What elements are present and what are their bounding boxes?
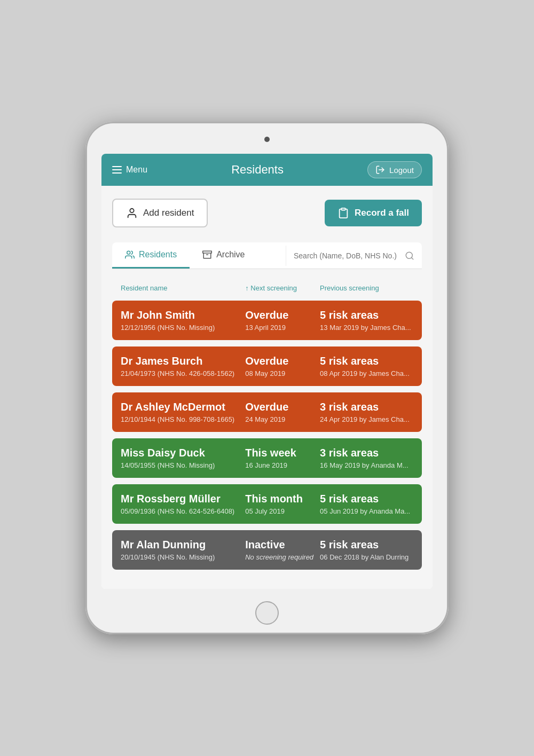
- card-info-col: Dr Ashley McDermot 12/10/1944 (NHS No. 9…: [121, 401, 245, 423]
- svg-line-7: [411, 257, 413, 259]
- card-next-col: Inactive No screening required: [245, 539, 320, 561]
- card-prev-col: 3 risk areas 24 Apr 2019 by James Cha...: [320, 401, 413, 423]
- resident-card[interactable]: Mr John Smith 12/12/1956 (NHS No. Missin…: [112, 301, 422, 340]
- card-info-col: Miss Daisy Duck 14/05/1955 (NHS No. Miss…: [121, 447, 245, 469]
- table-header: Resident name ↑ Next screening Previous …: [112, 280, 422, 296]
- next-screening-date: 08 May 2019: [245, 369, 320, 377]
- next-screening-date: 24 May 2019: [245, 415, 320, 423]
- resident-card[interactable]: Dr Ashley McDermot 12/10/1944 (NHS No. 9…: [112, 392, 422, 432]
- next-screening-status: Inactive: [245, 539, 320, 551]
- menu-button[interactable]: Menu: [112, 165, 147, 175]
- card-next-col: Overdue 13 April 2019: [245, 309, 320, 332]
- prev-screening-detail: 05 Jun 2019 by Ananda Ma...: [320, 507, 413, 515]
- residents-tab-icon: [125, 250, 135, 259]
- prev-screening-detail: 08 Apr 2019 by James Cha...: [320, 369, 413, 377]
- resident-name: Dr James Burch: [121, 355, 245, 367]
- resident-card[interactable]: Dr James Burch 21/04/1973 (NHS No. 426-0…: [112, 346, 422, 386]
- record-fall-button[interactable]: Record a fall: [325, 200, 422, 226]
- menu-label: Menu: [126, 165, 147, 175]
- card-info-col: Mr John Smith 12/12/1956 (NHS No. Missin…: [121, 309, 245, 332]
- next-screening-date: No screening required: [245, 553, 320, 561]
- card-info-col: Mr Rossberg Müller 05/09/1936 (NHS No. 6…: [121, 493, 245, 515]
- svg-rect-2: [341, 208, 345, 210]
- hamburger-icon: [112, 166, 122, 174]
- prev-screening-areas: 3 risk areas: [320, 401, 413, 413]
- card-next-col: This week 16 June 2019: [245, 447, 320, 469]
- svg-point-3: [127, 251, 130, 254]
- resident-name: Mr Alan Dunning: [121, 539, 245, 551]
- prev-screening-areas: 5 risk areas: [320, 309, 413, 321]
- col-header-next: ↑ Next screening: [245, 284, 320, 292]
- prev-screening-areas: 5 risk areas: [320, 493, 413, 505]
- card-prev-col: 3 risk areas 16 May 2019 by Ananda M...: [320, 447, 413, 469]
- residents-list: Mr John Smith 12/12/1956 (NHS No. Missin…: [112, 301, 422, 570]
- prev-screening-detail: 13 Mar 2019 by James Cha...: [320, 324, 413, 332]
- resident-name: Miss Daisy Duck: [121, 447, 245, 459]
- person-icon: [126, 207, 138, 219]
- tab-residents-label: Residents: [139, 250, 177, 259]
- clipboard-icon: [337, 207, 349, 219]
- search-icon[interactable]: [405, 251, 414, 261]
- resident-dob: 05/09/1936 (NHS No. 624-526-6408): [121, 507, 245, 515]
- resident-dob: 12/12/1956 (NHS No. Missing): [121, 324, 245, 332]
- col-header-name: Resident name: [121, 284, 245, 292]
- next-screening-status: Overdue: [245, 355, 320, 367]
- card-prev-col: 5 risk areas 13 Mar 2019 by James Cha...: [320, 309, 413, 332]
- card-prev-col: 5 risk areas 05 Jun 2019 by Ananda Ma...: [320, 493, 413, 515]
- card-next-col: Overdue 24 May 2019: [245, 401, 320, 423]
- next-screening-status: Overdue: [245, 401, 320, 413]
- record-fall-label: Record a fall: [355, 208, 409, 218]
- next-screening-status: This week: [245, 447, 320, 459]
- tab-residents[interactable]: Residents: [112, 242, 190, 269]
- resident-name: Mr John Smith: [121, 309, 245, 321]
- search-area: [286, 246, 422, 266]
- next-screening-date: 05 July 2019: [245, 507, 320, 515]
- search-input[interactable]: [294, 251, 400, 260]
- main-content: Add resident Record a fall: [101, 186, 433, 589]
- card-next-col: This month 05 July 2019: [245, 493, 320, 515]
- prev-screening-areas: 5 risk areas: [320, 539, 413, 551]
- next-screening-status: Overdue: [245, 309, 320, 321]
- logout-icon: [375, 165, 385, 175]
- resident-dob: 12/10/1944 (NHS No. 998-708-1665): [121, 415, 245, 423]
- card-info-col: Dr James Burch 21/04/1973 (NHS No. 426-0…: [121, 355, 245, 377]
- resident-name: Mr Rossberg Müller: [121, 493, 245, 505]
- tab-archive-label: Archive: [216, 250, 245, 259]
- logout-button[interactable]: Logout: [367, 161, 422, 178]
- card-prev-col: 5 risk areas 06 Dec 2018 by Alan Durring: [320, 539, 413, 561]
- card-next-col: Overdue 08 May 2019: [245, 355, 320, 377]
- page-title: Residents: [231, 163, 284, 177]
- add-resident-label: Add resident: [143, 208, 194, 218]
- prev-screening-areas: 3 risk areas: [320, 447, 413, 459]
- tabs-row: Residents Archive: [112, 242, 422, 269]
- tab-archive[interactable]: Archive: [190, 242, 257, 269]
- action-row: Add resident Record a fall: [112, 199, 422, 227]
- prev-screening-areas: 5 risk areas: [320, 355, 413, 367]
- next-screening-status: This month: [245, 493, 320, 505]
- resident-card[interactable]: Miss Daisy Duck 14/05/1955 (NHS No. Miss…: [112, 438, 422, 478]
- resident-card[interactable]: Mr Alan Dunning 20/10/1945 (NHS No. Miss…: [112, 530, 422, 570]
- resident-dob: 20/10/1945 (NHS No. Missing): [121, 553, 245, 561]
- next-screening-date: 16 June 2019: [245, 461, 320, 469]
- resident-dob: 14/05/1955 (NHS No. Missing): [121, 461, 245, 469]
- archive-tab-icon: [202, 250, 212, 259]
- resident-dob: 21/04/1973 (NHS No. 426-058-1562): [121, 369, 245, 377]
- prev-screening-detail: 06 Dec 2018 by Alan Durring: [320, 553, 413, 561]
- svg-rect-4: [203, 251, 212, 253]
- col-header-prev: Previous screening: [320, 284, 413, 292]
- app-header: Menu Residents Logout: [101, 154, 433, 186]
- prev-screening-detail: 16 May 2019 by Ananda M...: [320, 461, 413, 469]
- resident-name: Dr Ashley McDermot: [121, 401, 245, 413]
- add-resident-button[interactable]: Add resident: [112, 199, 208, 227]
- next-screening-date: 13 April 2019: [245, 324, 320, 332]
- prev-screening-detail: 24 Apr 2019 by James Cha...: [320, 415, 413, 423]
- logout-label: Logout: [389, 166, 414, 175]
- resident-card[interactable]: Mr Rossberg Müller 05/09/1936 (NHS No. 6…: [112, 484, 422, 524]
- card-info-col: Mr Alan Dunning 20/10/1945 (NHS No. Miss…: [121, 539, 245, 561]
- card-prev-col: 5 risk areas 08 Apr 2019 by James Cha...: [320, 355, 413, 377]
- svg-point-1: [130, 209, 134, 212]
